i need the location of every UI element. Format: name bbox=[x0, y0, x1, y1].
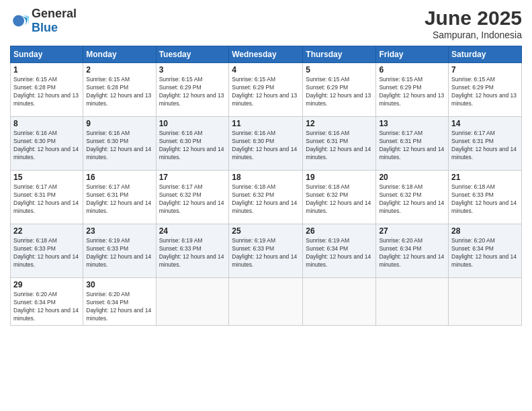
day-detail: Sunrise: 6:19 AM Sunset: 6:33 PM Dayligh… bbox=[232, 237, 300, 269]
day-number: 14 bbox=[451, 119, 519, 128]
day-detail: Sunrise: 6:15 AM Sunset: 6:29 PM Dayligh… bbox=[232, 76, 300, 108]
day-detail: Sunrise: 6:16 AM Sunset: 6:30 PM Dayligh… bbox=[86, 130, 152, 162]
day-cell: 1 Sunrise: 6:15 AM Sunset: 6:28 PM Dayli… bbox=[11, 63, 83, 117]
title-block: June 2025 Sampuran, Indonesia bbox=[425, 7, 522, 40]
day-detail: Sunrise: 6:17 AM Sunset: 6:31 PM Dayligh… bbox=[13, 183, 80, 216]
weekday-header-tuesday: Tuesday bbox=[156, 46, 229, 63]
day-detail: Sunrise: 6:20 AM Sunset: 6:34 PM Dayligh… bbox=[86, 291, 152, 323]
day-number: 9 bbox=[86, 119, 152, 128]
day-detail: Sunrise: 6:19 AM Sunset: 6:34 PM Dayligh… bbox=[306, 237, 373, 269]
day-cell: 7 Sunrise: 6:15 AM Sunset: 6:29 PM Dayli… bbox=[449, 63, 522, 117]
day-cell: 21 Sunrise: 6:18 AM Sunset: 6:33 PM Dayl… bbox=[449, 171, 522, 224]
day-cell: 17 Sunrise: 6:17 AM Sunset: 6:32 PM Dayl… bbox=[156, 171, 229, 224]
weekday-header-sunday: Sunday bbox=[11, 46, 83, 63]
weekday-header-wednesday: Wednesday bbox=[229, 46, 303, 63]
day-number: 22 bbox=[13, 226, 80, 236]
logo-icon bbox=[10, 11, 29, 30]
day-number: 19 bbox=[306, 173, 373, 182]
day-number: 6 bbox=[379, 65, 445, 75]
week-row-4: 22 Sunrise: 6:18 AM Sunset: 6:33 PM Dayl… bbox=[11, 224, 522, 278]
day-cell: 4 Sunrise: 6:15 AM Sunset: 6:29 PM Dayli… bbox=[229, 63, 303, 117]
day-number: 30 bbox=[86, 280, 152, 289]
day-detail: Sunrise: 6:15 AM Sunset: 6:29 PM Dayligh… bbox=[451, 76, 519, 108]
week-row-1: 1 Sunrise: 6:15 AM Sunset: 6:28 PM Dayli… bbox=[11, 63, 522, 117]
day-cell: 15 Sunrise: 6:17 AM Sunset: 6:31 PM Dayl… bbox=[11, 171, 83, 224]
day-number: 11 bbox=[232, 119, 300, 128]
day-number: 26 bbox=[306, 226, 373, 236]
day-number: 10 bbox=[159, 119, 226, 128]
day-cell: 28 Sunrise: 6:20 AM Sunset: 6:34 PM Dayl… bbox=[449, 224, 522, 278]
day-cell: 19 Sunrise: 6:18 AM Sunset: 6:32 PM Dayl… bbox=[303, 171, 376, 224]
day-cell: 23 Sunrise: 6:19 AM Sunset: 6:33 PM Dayl… bbox=[83, 224, 156, 278]
day-cell bbox=[376, 278, 449, 326]
day-cell: 10 Sunrise: 6:16 AM Sunset: 6:30 PM Dayl… bbox=[156, 117, 229, 171]
day-detail: Sunrise: 6:15 AM Sunset: 6:28 PM Dayligh… bbox=[13, 76, 80, 108]
day-number: 28 bbox=[451, 226, 519, 236]
day-number: 18 bbox=[232, 173, 300, 182]
day-number: 15 bbox=[13, 173, 80, 182]
day-number: 17 bbox=[159, 173, 226, 182]
day-cell: 11 Sunrise: 6:16 AM Sunset: 6:30 PM Dayl… bbox=[229, 117, 303, 171]
day-detail: Sunrise: 6:20 AM Sunset: 6:34 PM Dayligh… bbox=[13, 291, 80, 323]
day-detail: Sunrise: 6:17 AM Sunset: 6:31 PM Dayligh… bbox=[86, 183, 152, 216]
day-cell: 24 Sunrise: 6:19 AM Sunset: 6:33 PM Dayl… bbox=[156, 224, 229, 278]
day-detail: Sunrise: 6:17 AM Sunset: 6:31 PM Dayligh… bbox=[451, 130, 519, 162]
month-title: June 2025 bbox=[425, 7, 522, 30]
day-number: 3 bbox=[159, 65, 226, 75]
day-cell: 3 Sunrise: 6:15 AM Sunset: 6:29 PM Dayli… bbox=[156, 63, 229, 117]
day-detail: Sunrise: 6:17 AM Sunset: 6:31 PM Dayligh… bbox=[379, 130, 445, 162]
logo-blue: Blue bbox=[32, 21, 58, 34]
day-detail: Sunrise: 6:16 AM Sunset: 6:30 PM Dayligh… bbox=[13, 130, 80, 162]
weekday-header-row: SundayMondayTuesdayWednesdayThursdayFrid… bbox=[11, 46, 522, 63]
day-number: 12 bbox=[306, 119, 373, 128]
day-number: 5 bbox=[306, 65, 373, 75]
day-number: 7 bbox=[451, 65, 519, 75]
day-detail: Sunrise: 6:16 AM Sunset: 6:30 PM Dayligh… bbox=[159, 130, 226, 162]
day-cell: 13 Sunrise: 6:17 AM Sunset: 6:31 PM Dayl… bbox=[376, 117, 449, 171]
day-cell: 14 Sunrise: 6:17 AM Sunset: 6:31 PM Dayl… bbox=[449, 117, 522, 171]
day-cell: 5 Sunrise: 6:15 AM Sunset: 6:29 PM Dayli… bbox=[303, 63, 376, 117]
day-cell: 30 Sunrise: 6:20 AM Sunset: 6:34 PM Dayl… bbox=[83, 278, 156, 326]
day-cell: 26 Sunrise: 6:19 AM Sunset: 6:34 PM Dayl… bbox=[303, 224, 376, 278]
day-number: 24 bbox=[159, 226, 226, 236]
day-detail: Sunrise: 6:20 AM Sunset: 6:34 PM Dayligh… bbox=[379, 237, 445, 269]
day-detail: Sunrise: 6:15 AM Sunset: 6:29 PM Dayligh… bbox=[379, 76, 445, 108]
day-cell bbox=[156, 278, 229, 326]
day-cell bbox=[229, 278, 303, 326]
day-detail: Sunrise: 6:16 AM Sunset: 6:30 PM Dayligh… bbox=[232, 130, 300, 162]
calendar-table: SundayMondayTuesdayWednesdayThursdayFrid… bbox=[10, 46, 522, 326]
day-detail: Sunrise: 6:18 AM Sunset: 6:32 PM Dayligh… bbox=[379, 183, 445, 216]
day-detail: Sunrise: 6:20 AM Sunset: 6:34 PM Dayligh… bbox=[451, 237, 519, 269]
day-detail: Sunrise: 6:19 AM Sunset: 6:33 PM Dayligh… bbox=[159, 237, 226, 269]
day-number: 13 bbox=[379, 119, 445, 128]
logo: General Blue bbox=[10, 7, 77, 35]
weekday-header-monday: Monday bbox=[83, 46, 156, 63]
day-cell: 29 Sunrise: 6:20 AM Sunset: 6:34 PM Dayl… bbox=[11, 278, 83, 326]
day-cell: 16 Sunrise: 6:17 AM Sunset: 6:31 PM Dayl… bbox=[83, 171, 156, 224]
svg-point-0 bbox=[13, 15, 24, 27]
week-row-3: 15 Sunrise: 6:17 AM Sunset: 6:31 PM Dayl… bbox=[11, 171, 522, 224]
day-detail: Sunrise: 6:17 AM Sunset: 6:32 PM Dayligh… bbox=[159, 183, 226, 216]
weekday-header-saturday: Saturday bbox=[449, 46, 522, 63]
day-cell bbox=[303, 278, 376, 326]
day-cell: 27 Sunrise: 6:20 AM Sunset: 6:34 PM Dayl… bbox=[376, 224, 449, 278]
logo-text: General Blue bbox=[32, 7, 77, 35]
day-detail: Sunrise: 6:15 AM Sunset: 6:29 PM Dayligh… bbox=[306, 76, 373, 108]
week-row-5: 29 Sunrise: 6:20 AM Sunset: 6:34 PM Dayl… bbox=[11, 278, 522, 326]
day-number: 20 bbox=[379, 173, 445, 182]
day-number: 8 bbox=[13, 119, 80, 128]
day-detail: Sunrise: 6:18 AM Sunset: 6:32 PM Dayligh… bbox=[306, 183, 373, 216]
day-cell: 9 Sunrise: 6:16 AM Sunset: 6:30 PM Dayli… bbox=[83, 117, 156, 171]
day-detail: Sunrise: 6:15 AM Sunset: 6:29 PM Dayligh… bbox=[159, 76, 226, 108]
day-cell: 18 Sunrise: 6:18 AM Sunset: 6:32 PM Dayl… bbox=[229, 171, 303, 224]
day-number: 29 bbox=[13, 280, 80, 289]
day-detail: Sunrise: 6:15 AM Sunset: 6:28 PM Dayligh… bbox=[86, 76, 152, 108]
day-number: 25 bbox=[232, 226, 300, 236]
day-cell: 6 Sunrise: 6:15 AM Sunset: 6:29 PM Dayli… bbox=[376, 63, 449, 117]
weekday-header-friday: Friday bbox=[376, 46, 449, 63]
logo-general: General bbox=[32, 7, 77, 20]
page: General Blue June 2025 Sampuran, Indones… bbox=[0, 0, 532, 411]
day-detail: Sunrise: 6:18 AM Sunset: 6:32 PM Dayligh… bbox=[232, 183, 300, 216]
day-cell: 20 Sunrise: 6:18 AM Sunset: 6:32 PM Dayl… bbox=[376, 171, 449, 224]
day-number: 2 bbox=[86, 65, 152, 75]
